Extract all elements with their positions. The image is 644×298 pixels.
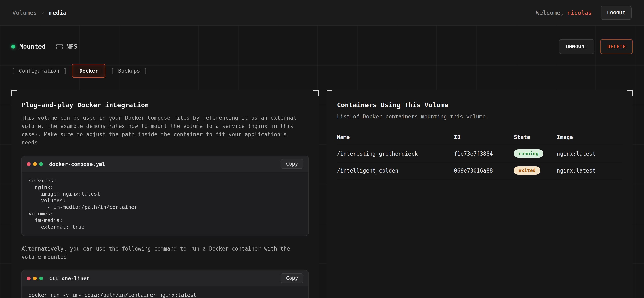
compose-card-header: docker-compose.yml Copy xyxy=(22,156,308,172)
window-dots xyxy=(27,276,43,280)
volume-actions: UNMOUNT DELETE xyxy=(559,39,633,54)
mounted-status-dot xyxy=(11,45,15,49)
container-state: running xyxy=(514,149,557,158)
column-header-state: State xyxy=(514,134,557,140)
copy-compose-button[interactable]: Copy xyxy=(281,159,304,169)
container-image: nginx:latest xyxy=(557,167,622,173)
docker-panel-title: Plug-and-play Docker integration xyxy=(22,101,309,109)
server-icon xyxy=(56,43,63,50)
topbar-right: Welcome, nicolas LOGOUT xyxy=(536,5,632,20)
table-header-row: Name ID State Image xyxy=(337,131,622,145)
compose-filename: docker-compose.yml xyxy=(49,161,105,167)
container-name: /interesting_grothendieck xyxy=(337,150,454,157)
cli-code-block: docker run -v im-media:/path/in/containe… xyxy=(22,287,308,298)
welcome-prefix: Welcome, xyxy=(536,9,567,16)
app-root: Volumes › media Welcome, nicolas LOGOUT … xyxy=(0,0,644,298)
breadcrumb-volumes-link[interactable]: Volumes xyxy=(12,9,37,16)
compose-code-block: services: nginx: image: nginx:latest vol… xyxy=(22,172,308,236)
cli-intro-text: Alternatively, you can use the following… xyxy=(22,245,298,261)
corner-bracket xyxy=(326,90,332,96)
window-minimize-dot-icon xyxy=(33,162,37,166)
unmount-button[interactable]: UNMOUNT xyxy=(559,39,594,54)
container-name: /intelligent_colden xyxy=(337,167,454,173)
container-state: exited xyxy=(514,166,557,175)
bracket-left: [ xyxy=(11,67,15,75)
window-dots xyxy=(27,162,43,166)
status-badge: running xyxy=(514,149,543,158)
mounted-status-label: Mounted xyxy=(20,43,46,50)
cli-filename: CLI one-liner xyxy=(49,275,90,281)
column-header-image: Image xyxy=(557,134,622,140)
corner-bracket xyxy=(313,90,319,96)
tab-configuration[interactable]: [ Configuration ] xyxy=(11,67,67,75)
breadcrumb: Volumes › media xyxy=(12,9,66,16)
driver-info: NFS xyxy=(56,43,77,50)
cli-code-card: CLI one-liner Copy docker run -v im-medi… xyxy=(22,270,309,298)
corner-bracket xyxy=(627,90,633,96)
window-maximize-dot-icon xyxy=(39,276,43,280)
top-bar: Volumes › media Welcome, nicolas LOGOUT xyxy=(0,0,644,26)
corner-bracket xyxy=(11,90,17,96)
driver-label: NFS xyxy=(66,43,77,50)
window-maximize-dot-icon xyxy=(39,162,43,166)
table-row: /interesting_grothendieck f1e73e7f3884 r… xyxy=(337,145,622,162)
volume-status-row: Mounted NFS UNMOUNT DELETE xyxy=(11,26,633,54)
delete-button[interactable]: DELETE xyxy=(600,39,633,54)
status-badge: exited xyxy=(514,166,540,175)
containers-panel: Containers Using This Volume List of Doc… xyxy=(326,90,633,298)
compose-code-card: docker-compose.yml Copy services: nginx:… xyxy=(22,155,309,236)
chevron-right-icon: › xyxy=(41,9,45,16)
column-header-name: Name xyxy=(337,134,454,140)
table-row: /intelligent_colden 069e73016a88 exited … xyxy=(337,162,622,179)
username: nicolas xyxy=(567,9,592,16)
window-close-dot-icon xyxy=(27,276,30,280)
logout-button[interactable]: LOGOUT xyxy=(601,5,632,20)
tab-bar: [ Configuration ] Docker [ Backups ] xyxy=(11,64,633,78)
tab-label: Backups xyxy=(114,68,144,74)
docker-panel-description: This volume can be used in your Docker C… xyxy=(22,114,298,147)
containers-panel-subtitle: List of Docker containers mounting this … xyxy=(337,114,622,120)
main-content: Mounted NFS UNMOUNT DELETE xyxy=(0,26,644,298)
bracket-right: ] xyxy=(63,67,67,75)
container-image: nginx:latest xyxy=(557,150,622,157)
bracket-right: ] xyxy=(144,67,148,75)
tab-docker[interactable]: Docker xyxy=(72,64,106,78)
docker-integration-panel: Plug-and-play Docker integration This vo… xyxy=(11,90,319,298)
bracket-left: [ xyxy=(110,67,114,75)
container-id: f1e73e7f3884 xyxy=(454,150,514,157)
column-header-id: ID xyxy=(454,134,514,140)
tab-backups[interactable]: [ Backups ] xyxy=(110,67,148,75)
container-id: 069e73016a88 xyxy=(454,167,514,173)
welcome-text: Welcome, nicolas xyxy=(536,9,592,16)
panels-row: Plug-and-play Docker integration This vo… xyxy=(11,90,633,298)
containers-table: Name ID State Image /interesting_grothen… xyxy=(337,131,622,179)
breadcrumb-current-volume: media xyxy=(49,9,66,16)
copy-cli-button[interactable]: Copy xyxy=(281,273,304,283)
tab-label: Configuration xyxy=(15,68,63,74)
containers-panel-title: Containers Using This Volume xyxy=(337,101,622,109)
cli-card-header: CLI one-liner Copy xyxy=(22,270,308,287)
tab-label: Docker xyxy=(79,68,98,74)
window-minimize-dot-icon xyxy=(33,276,37,280)
window-close-dot-icon xyxy=(27,162,30,166)
